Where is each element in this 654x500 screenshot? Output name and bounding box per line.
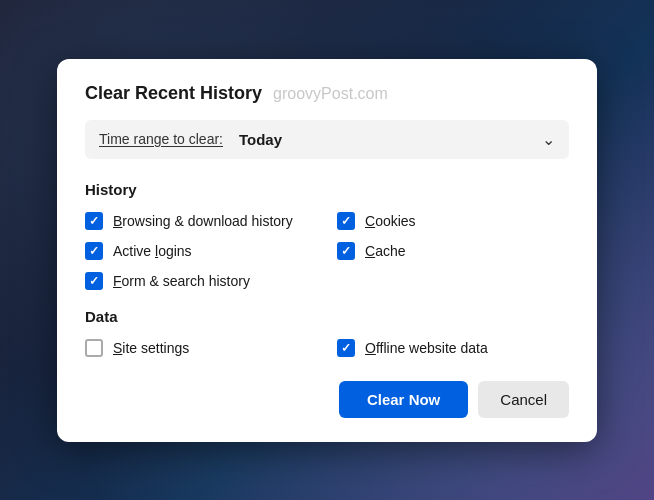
section-separator: Data xyxy=(85,308,569,325)
data-checkboxes-grid: ✓ Site settings ✓ Offline website data xyxy=(85,339,569,357)
clear-now-button[interactable]: Clear Now xyxy=(339,381,468,418)
chevron-down-icon: ⌄ xyxy=(542,130,555,149)
dialog-title: Clear Recent History groovyPost.com xyxy=(85,83,569,104)
checkbox-cache[interactable]: ✓ Cache xyxy=(337,242,569,260)
checkbox-offline-box[interactable]: ✓ xyxy=(337,339,355,357)
checkmark-cache: ✓ xyxy=(341,245,351,257)
checkbox-browsing[interactable]: ✓ Browsing & download history xyxy=(85,212,317,230)
actions-row: Clear Now Cancel xyxy=(85,381,569,418)
checkbox-cookies-box[interactable]: ✓ xyxy=(337,212,355,230)
checkbox-logins-label: Active logins xyxy=(113,243,192,259)
checkbox-site-settings-box[interactable]: ✓ xyxy=(85,339,103,357)
time-range-value: Today xyxy=(239,131,542,148)
checkbox-offline-label: Offline website data xyxy=(365,340,488,356)
checkbox-site-settings[interactable]: ✓ Site settings xyxy=(85,339,317,357)
checkmark-browsing: ✓ xyxy=(89,215,99,227)
checkmark-cookies: ✓ xyxy=(341,215,351,227)
checkbox-form-box[interactable]: ✓ xyxy=(85,272,103,290)
cancel-button[interactable]: Cancel xyxy=(478,381,569,418)
checkbox-logins[interactable]: ✓ Active logins xyxy=(85,242,317,260)
checkbox-cache-label: Cache xyxy=(365,243,405,259)
checkbox-form[interactable]: ✓ Form & search history xyxy=(85,272,317,290)
history-section-title: History xyxy=(85,181,569,198)
history-checkboxes-grid: ✓ Browsing & download history ✓ Cookies … xyxy=(85,212,569,290)
checkbox-browsing-box[interactable]: ✓ xyxy=(85,212,103,230)
checkbox-cache-box[interactable]: ✓ xyxy=(337,242,355,260)
checkbox-logins-box[interactable]: ✓ xyxy=(85,242,103,260)
checkbox-cookies[interactable]: ✓ Cookies xyxy=(337,212,569,230)
checkmark-form: ✓ xyxy=(89,275,99,287)
watermark-text: groovyPost.com xyxy=(273,85,388,102)
checkbox-site-settings-label: Site settings xyxy=(113,340,189,356)
clear-history-dialog: Clear Recent History groovyPost.com Time… xyxy=(57,59,597,442)
checkmark-logins: ✓ xyxy=(89,245,99,257)
checkbox-form-label: Form & search history xyxy=(113,273,250,289)
checkbox-browsing-label: Browsing & download history xyxy=(113,213,293,229)
time-range-label: Time range to clear: xyxy=(99,131,223,147)
time-range-select[interactable]: Today ⌄ xyxy=(239,130,555,149)
checkbox-offline[interactable]: ✓ Offline website data xyxy=(337,339,569,357)
checkbox-cookies-label: Cookies xyxy=(365,213,416,229)
dialog-title-text: Clear Recent History xyxy=(85,83,262,103)
time-range-row[interactable]: Time range to clear: Today ⌄ xyxy=(85,120,569,159)
checkmark-offline: ✓ xyxy=(341,342,351,354)
data-section-title: Data xyxy=(85,308,569,325)
